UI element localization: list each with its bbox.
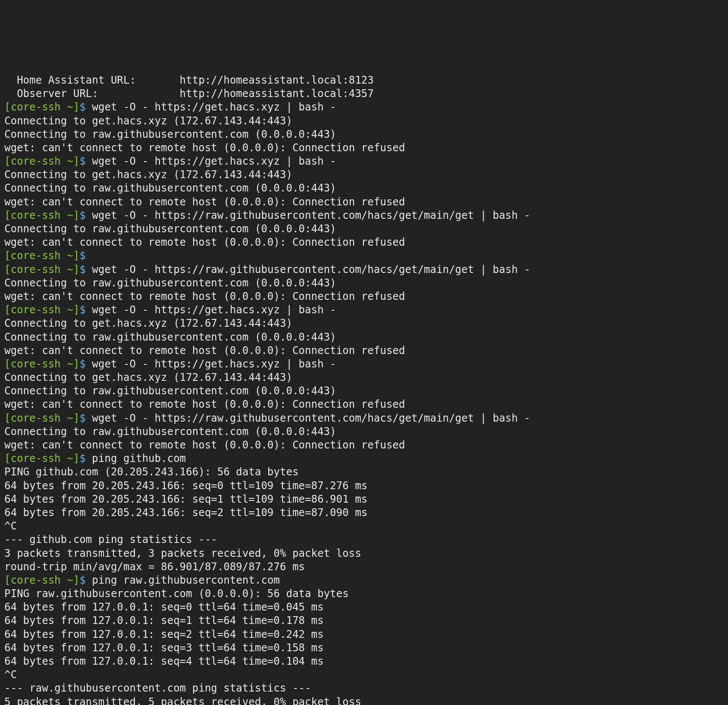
shell-dollar: $ [79,304,92,316]
shell-output: ^C [4,520,17,532]
shell-dollar: $ [79,412,92,424]
terminal-output[interactable]: Home Assistant URL: http://homeassistant… [0,68,728,705]
shell-prompt: [core-ssh ~] [4,358,79,370]
shell-output: Connecting to raw.githubusercontent.com … [4,277,336,289]
ha-url-value: http://homeassistant.local:8123 [180,74,374,86]
terminal-line: 64 bytes from 20.205.243.166: seq=0 ttl=… [4,479,724,493]
shell-prompt: [core-ssh ~] [4,412,79,424]
terminal-line: [core-ssh ~]$ wget -O - https://get.hacs… [4,155,724,168]
terminal-line: 64 bytes from 127.0.0.1: seq=1 ttl=64 ti… [4,614,724,627]
terminal-line: wget: can't connect to remote host (0.0.… [4,236,724,249]
observer-url-value: http://homeassistant.local:4357 [180,88,374,100]
shell-prompt: [core-ssh ~] [4,452,79,465]
terminal-line: 64 bytes from 127.0.0.1: seq=0 ttl=64 ti… [4,601,724,614]
shell-output: wget: can't connect to remote host (0.0.… [4,439,405,451]
shell-output: Connecting to raw.githubusercontent.com … [4,331,336,343]
shell-dollar: $ [79,101,92,113]
shell-prompt: [core-ssh ~] [4,209,79,221]
shell-output: --- raw.githubusercontent.com ping stati… [4,682,311,694]
shell-prompt: [core-ssh ~] [4,574,79,586]
shell-dollar: $ [79,250,92,262]
terminal-line: Connecting to get.hacs.xyz (172.67.143.4… [4,114,724,128]
shell-command: wget -O - https://get.hacs.xyz | bash - [92,101,336,113]
shell-dollar: $ [79,452,92,465]
ha-url-label: Home Assistant URL: [4,74,180,86]
terminal-line: Connecting to raw.githubusercontent.com … [4,276,724,290]
terminal-line: 64 bytes from 127.0.0.1: seq=2 ttl=64 ti… [4,628,724,641]
shell-output: 64 bytes from 127.0.0.1: seq=2 ttl=64 ti… [4,628,324,640]
shell-output: 64 bytes from 20.205.243.166: seq=2 ttl=… [4,507,367,519]
shell-output: wget: can't connect to remote host (0.0.… [4,196,405,208]
terminal-line: Connecting to get.hacs.xyz (172.67.143.4… [4,168,724,182]
shell-output: 64 bytes from 20.205.243.166: seq=1 ttl=… [4,493,367,505]
terminal-line: ^C [4,520,724,533]
shell-command: wget -O - https://get.hacs.xyz | bash - [92,304,336,316]
terminal-line: [core-ssh ~]$ [4,249,724,263]
shell-command: wget -O - https://raw.githubusercontent.… [92,209,530,221]
shell-command: wget -O - https://raw.githubusercontent.… [92,412,530,424]
terminal-line: wget: can't connect to remote host (0.0.… [4,290,724,303]
terminal-line: 64 bytes from 127.0.0.1: seq=4 ttl=64 ti… [4,655,724,668]
terminal-line: Connecting to raw.githubusercontent.com … [4,384,724,398]
shell-output: PING raw.githubusercontent.com (0.0.0.0)… [4,588,349,600]
shell-output: ^C [4,669,17,681]
shell-output: wget: can't connect to remote host (0.0.… [4,344,405,357]
terminal-line: Connecting to raw.githubusercontent.com … [4,128,724,141]
shell-output: Connecting to get.hacs.xyz (172.67.143.4… [4,169,292,181]
terminal-line: Connecting to raw.githubusercontent.com … [4,331,724,344]
shell-output: 3 packets transmitted, 3 packets receive… [4,547,361,559]
shell-output: Connecting to raw.githubusercontent.com … [4,128,336,140]
shell-prompt: [core-ssh ~] [4,250,79,262]
shell-dollar: $ [79,155,92,167]
shell-command: wget -O - https://get.hacs.xyz | bash - [92,358,336,370]
shell-output: wget: can't connect to remote host (0.0.… [4,290,405,302]
observer-url-label: Observer URL: [4,88,180,100]
terminal-line: 5 packets transmitted, 5 packets receive… [4,695,724,705]
shell-output: round-trip min/avg/max = 86.901/87.089/8… [4,561,305,573]
terminal-line: wget: can't connect to remote host (0.0.… [4,344,724,357]
shell-command: ping github.com [92,452,186,465]
terminal-line: wget: can't connect to remote host (0.0.… [4,195,724,209]
shell-command: ping raw.githubusercontent.com [92,574,280,586]
terminal-line: wget: can't connect to remote host (0.0.… [4,141,724,155]
shell-command: wget -O - https://raw.githubusercontent.… [92,263,530,276]
shell-command: wget -O - https://get.hacs.xyz | bash - [92,155,336,167]
shell-output: --- github.com ping statistics --- [4,533,217,546]
shell-output: 5 packets transmitted, 5 packets receive… [4,696,361,705]
shell-output: wget: can't connect to remote host (0.0.… [4,142,405,154]
shell-dollar: $ [79,358,92,370]
terminal-line: Connecting to raw.githubusercontent.com … [4,182,724,195]
terminal-line: [core-ssh ~]$ wget -O - https://raw.gith… [4,263,724,276]
shell-output: Connecting to raw.githubusercontent.com … [4,223,336,235]
shell-prompt: [core-ssh ~] [4,263,79,276]
terminal-line: --- raw.githubusercontent.com ping stati… [4,682,724,695]
terminal-line: PING raw.githubusercontent.com (0.0.0.0)… [4,587,724,601]
shell-output: Connecting to get.hacs.xyz (172.67.143.4… [4,317,292,329]
shell-output: Connecting to raw.githubusercontent.com … [4,182,336,194]
terminal-line: 3 packets transmitted, 3 packets receive… [4,547,724,560]
terminal-line: wget: can't connect to remote host (0.0.… [4,398,724,411]
shell-output: Connecting to get.hacs.xyz (172.67.143.4… [4,115,292,127]
terminal-line: 64 bytes from 20.205.243.166: seq=1 ttl=… [4,493,724,506]
shell-output: Connecting to raw.githubusercontent.com … [4,385,336,397]
terminal-line: [core-ssh ~]$ wget -O - https://raw.gith… [4,209,724,222]
shell-output: 64 bytes from 127.0.0.1: seq=3 ttl=64 ti… [4,642,324,654]
terminal-line: wget: can't connect to remote host (0.0.… [4,439,724,452]
terminal-line: 64 bytes from 127.0.0.1: seq=3 ttl=64 ti… [4,641,724,655]
terminal-line: 64 bytes from 20.205.243.166: seq=2 ttl=… [4,506,724,520]
terminal-line: ^C [4,668,724,682]
terminal-line: round-trip min/avg/max = 86.901/87.089/8… [4,560,724,574]
shell-dollar: $ [79,263,92,276]
terminal-line: [core-ssh ~]$ ping github.com [4,452,724,465]
terminal-line: [core-ssh ~]$ wget -O - https://get.hacs… [4,101,724,114]
shell-output: 64 bytes from 127.0.0.1: seq=4 ttl=64 ti… [4,655,324,667]
shell-dollar: $ [79,209,92,221]
shell-output: wget: can't connect to remote host (0.0.… [4,398,405,410]
shell-output: 64 bytes from 127.0.0.1: seq=1 ttl=64 ti… [4,614,324,627]
shell-prompt: [core-ssh ~] [4,155,79,167]
shell-output: PING github.com (20.205.243.166): 56 dat… [4,466,299,478]
terminal-line: Connecting to raw.githubusercontent.com … [4,222,724,236]
shell-output: Connecting to raw.githubusercontent.com … [4,426,336,438]
terminal-line: Home Assistant URL: http://homeassistant… [4,74,724,87]
terminal-line: Connecting to get.hacs.xyz (172.67.143.4… [4,317,724,330]
